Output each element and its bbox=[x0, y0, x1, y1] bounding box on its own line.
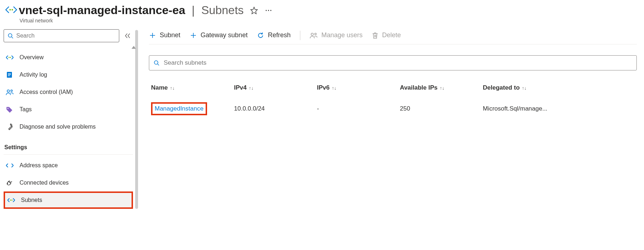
subnet-name-link[interactable]: ManagedInstance bbox=[151, 102, 207, 115]
sidebar-search-input[interactable] bbox=[16, 33, 115, 39]
cell-ipv4: 10.0.0.0/24 bbox=[232, 98, 315, 120]
vnet-small-icon bbox=[6, 55, 14, 60]
people-icon bbox=[6, 89, 14, 95]
sidebar-item-activity-log[interactable]: Activity log bbox=[4, 66, 133, 83]
svg-rect-12 bbox=[8, 73, 11, 74]
page-header: vnet-sql-managed-instance-ea | Subnets V… bbox=[0, 0, 644, 26]
sidebar-search[interactable] bbox=[4, 29, 119, 42]
svg-point-26 bbox=[311, 33, 313, 35]
subnets-table: Name↑↓ IPv4↑↓ IPv6↑↓ Available IPs↑↓ Del… bbox=[149, 81, 637, 120]
sidebar-item-label: Overview bbox=[20, 54, 44, 61]
sidebar-section-settings: Settings bbox=[4, 135, 133, 155]
svg-point-0 bbox=[9, 9, 11, 10]
svg-point-27 bbox=[315, 33, 317, 35]
resource-title: vnet-sql-managed-instance-ea bbox=[19, 4, 185, 17]
svg-point-6 bbox=[8, 34, 12, 37]
sidebar-item-subnets[interactable]: Subnets bbox=[4, 191, 133, 209]
svg-line-7 bbox=[12, 37, 13, 38]
svg-point-16 bbox=[11, 90, 13, 92]
plus-icon bbox=[190, 32, 197, 39]
svg-point-20 bbox=[10, 200, 11, 201]
resource-type-label: Virtual network bbox=[20, 18, 272, 23]
log-icon bbox=[6, 71, 14, 78]
trash-icon bbox=[372, 32, 378, 39]
svg-point-3 bbox=[266, 10, 267, 11]
tag-icon bbox=[6, 106, 14, 113]
col-delegated-to[interactable]: Delegated to↑↓ bbox=[481, 81, 637, 98]
sidebar-item-label: Access control (IAM) bbox=[20, 89, 73, 95]
wrench-icon bbox=[6, 123, 14, 130]
svg-point-4 bbox=[268, 10, 269, 11]
subnets-icon bbox=[7, 198, 16, 203]
sidebar-item-overview[interactable]: Overview bbox=[4, 49, 133, 66]
svg-marker-8 bbox=[132, 46, 136, 49]
toolbar-label: Refresh bbox=[268, 31, 291, 39]
toolbar-label: Delete bbox=[382, 31, 401, 39]
toolbar-label: Gateway subnet bbox=[201, 31, 248, 39]
sidebar: Overview Activity log bbox=[0, 26, 133, 209]
manage-users-button: Manage users bbox=[310, 31, 362, 39]
svg-point-5 bbox=[270, 10, 271, 11]
sidebar-item-label: Activity log bbox=[20, 72, 47, 78]
sort-icon: ↑↓ bbox=[332, 85, 336, 91]
svg-rect-14 bbox=[8, 76, 10, 76]
delete-button: Delete bbox=[372, 31, 401, 39]
sidebar-item-connected-devices[interactable]: Connected devices bbox=[4, 174, 133, 191]
svg-line-29 bbox=[158, 64, 159, 65]
sort-icon: ↑↓ bbox=[522, 85, 527, 91]
col-available-ips[interactable]: Available IPs↑↓ bbox=[398, 81, 481, 98]
scrollbar-rail[interactable] bbox=[135, 30, 138, 209]
title-separator: | bbox=[192, 4, 195, 17]
collapse-sidebar-icon[interactable] bbox=[124, 33, 131, 39]
sidebar-nav: Overview Activity log bbox=[4, 49, 133, 209]
svg-marker-2 bbox=[251, 7, 257, 13]
cell-ipv6: - bbox=[315, 98, 398, 120]
svg-point-17 bbox=[8, 108, 9, 109]
add-subnet-button[interactable]: Subnet bbox=[149, 31, 180, 39]
sidebar-item-label: Connected devices bbox=[20, 180, 69, 186]
scroll-up-icon[interactable] bbox=[131, 45, 137, 49]
sidebar-item-address-space[interactable]: Address space bbox=[4, 157, 133, 174]
sidebar-item-tags[interactable]: Tags bbox=[4, 101, 133, 118]
sidebar-item-label: Subnets bbox=[21, 197, 42, 203]
svg-point-1 bbox=[12, 9, 13, 10]
sort-icon: ↑↓ bbox=[440, 85, 445, 91]
plug-icon bbox=[6, 179, 14, 186]
svg-rect-13 bbox=[8, 74, 11, 75]
cell-available-ips: 250 bbox=[398, 98, 481, 120]
sort-icon: ↑↓ bbox=[249, 85, 253, 91]
page-title: Subnets bbox=[201, 4, 244, 17]
svg-point-28 bbox=[154, 61, 158, 64]
people-icon bbox=[310, 32, 318, 39]
col-ipv6[interactable]: IPv6↑↓ bbox=[315, 81, 398, 98]
plus-icon bbox=[149, 32, 156, 39]
toolbar-label: Subnet bbox=[160, 31, 180, 39]
favorite-star-icon[interactable] bbox=[250, 7, 258, 14]
col-ipv4[interactable]: IPv4↑↓ bbox=[232, 81, 315, 98]
vnet-icon bbox=[5, 6, 19, 14]
svg-point-10 bbox=[10, 57, 11, 58]
refresh-button[interactable]: Refresh bbox=[257, 31, 291, 39]
add-gateway-subnet-button[interactable]: Gateway subnet bbox=[190, 31, 248, 39]
svg-point-9 bbox=[9, 57, 10, 58]
refresh-icon bbox=[257, 32, 264, 39]
sidebar-item-iam[interactable]: Access control (IAM) bbox=[4, 83, 133, 101]
sort-icon: ↑↓ bbox=[170, 85, 175, 91]
svg-line-18 bbox=[9, 181, 10, 181]
svg-point-21 bbox=[12, 200, 13, 201]
table-header-row: Name↑↓ IPv4↑↓ IPv6↑↓ Available IPs↑↓ Del… bbox=[149, 81, 637, 98]
subnet-search[interactable] bbox=[149, 55, 637, 70]
table-row[interactable]: ManagedInstance 10.0.0.0/24 - 250 Micros… bbox=[149, 98, 637, 120]
subnet-search-input[interactable] bbox=[164, 59, 632, 66]
sidebar-item-diagnose[interactable]: Diagnose and solve problems bbox=[4, 118, 133, 135]
sidebar-item-label: Tags bbox=[20, 106, 32, 113]
search-icon bbox=[154, 60, 159, 66]
sidebar-item-label: Diagnose and solve problems bbox=[20, 124, 96, 130]
toolbar-label: Manage users bbox=[321, 31, 362, 39]
address-space-icon bbox=[6, 163, 14, 168]
svg-line-19 bbox=[10, 182, 11, 182]
sidebar-item-label: Address space bbox=[20, 162, 58, 169]
toolbar: Subnet Gateway subnet Refresh bbox=[149, 29, 637, 44]
more-icon[interactable] bbox=[265, 7, 272, 14]
col-name[interactable]: Name↑↓ bbox=[149, 81, 232, 98]
